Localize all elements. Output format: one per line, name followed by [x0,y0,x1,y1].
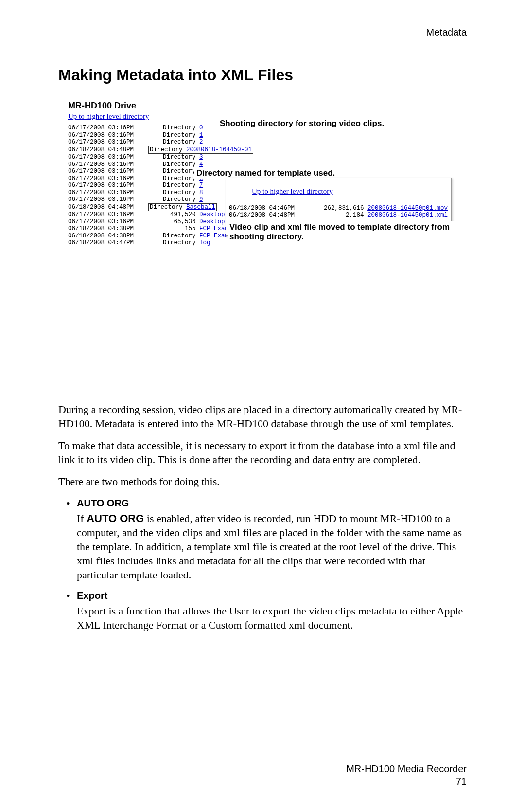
method-name: AUTO ORG [77,496,467,510]
dir-link[interactable]: 4 [199,161,203,168]
dir-link[interactable]: 7 [199,182,203,189]
directory-figure: MR-HD100 Drive Up to higher level direct… [68,101,467,247]
list-item: 06/18/2008 04:48PM 2,184 20080618-164450… [229,212,448,219]
highlighted-template-dir: Directory Baseball [148,203,217,212]
list-item: 06/17/2008 03:16PM Directory 2 [68,139,467,146]
file-link[interactable]: 20080618-164450p01.xml [368,212,448,218]
list-item: 06/17/2008 03:16PM Directory 4 [68,161,467,168]
dir-link[interactable]: 9 [199,196,203,203]
dir-link[interactable]: Baseball [186,204,215,211]
dir-link[interactable]: 0 [199,125,203,131]
up-directory-link[interactable]: Up to higher level directory [68,112,149,121]
page-footer: MR-HD100 Media Recorder 71 [346,762,467,788]
body-text: During a recording session, video clips … [58,402,467,632]
page-title: Making Metadata into XML Files [58,66,467,84]
list-item: 06/18/2008 04:46PM 262,831,616 20080618-… [229,205,448,212]
bold-term: AUTO ORG [87,512,144,524]
section-header: Metadata [58,27,467,38]
footer-pagenum: 71 [346,775,467,788]
callout-shooting-dir: Shooting directory for storing video cli… [218,118,386,129]
sub-up-directory-link[interactable]: Up to higher level directory [252,188,333,195]
dir-link[interactable]: 2 [199,139,203,145]
methods-list: AUTO ORGIf AUTO ORG is enabled, after vi… [77,496,467,632]
dir-link[interactable]: 8 [199,189,203,196]
callout-files-moved: Video clip and xml file moved to templat… [228,221,467,243]
method-item: ExportExport is a function that allows t… [77,589,467,632]
file-link[interactable]: 20080618-164450p01.mov [368,205,448,212]
drive-title: MR-HD100 Drive [68,101,467,111]
dir-link[interactable]: 1 [199,132,203,139]
list-item: 06/17/2008 03:16PM Directory 1 [68,132,467,139]
paragraph-1: During a recording session, video clips … [58,402,467,431]
list-item: 06/17/2008 03:16PM Directory 3 [68,154,467,161]
dir-link[interactable]: 3 [199,154,203,161]
dir-link[interactable]: 20080618-164450-01 [186,146,252,153]
method-name: Export [77,589,467,603]
sub-directory-listing: 06/18/2008 04:46PM 262,831,616 20080618-… [229,205,448,219]
method-item: AUTO ORGIf AUTO ORG is enabled, after vi… [77,496,467,582]
paragraph-3: There are two methods for doing this. [58,474,467,488]
paragraph-2: To make that data accessible, it is nece… [58,438,467,467]
list-item: 06/18/2008 04:48PM Directory 20080618-16… [68,146,467,154]
highlighted-shooting-dir: Directory 20080618-164450-01 [148,146,253,154]
method-desc: Export is a function that allows the Use… [77,604,467,632]
footer-product: MR-HD100 Media Recorder [346,762,467,775]
method-desc: If AUTO ORG is enabled, after video is r… [77,511,467,582]
dir-link[interactable]: log [199,239,210,246]
